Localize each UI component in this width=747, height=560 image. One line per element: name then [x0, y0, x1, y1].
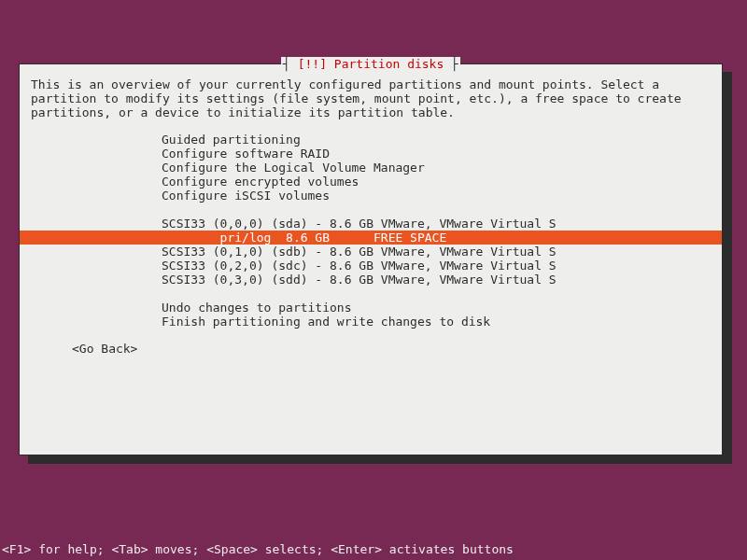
spacer [20, 203, 722, 217]
go-back-button[interactable]: <Go Back> [20, 329, 722, 356]
spacer [20, 287, 722, 301]
menu-item-raid[interactable]: Configure software RAID [20, 147, 722, 161]
disk-item-sdb[interactable]: SCSI33 (0,1,0) (sdb) - 8.6 GB VMware, VM… [20, 245, 722, 259]
disk-item-sda[interactable]: SCSI33 (0,0,0) (sda) - 8.6 GB VMware, VM… [20, 217, 722, 231]
menu-item-lvm[interactable]: Configure the Logical Volume Manager [20, 161, 722, 175]
partition-dialog: ┤ [!!] Partition disks ├ This is an over… [19, 63, 723, 455]
menu-item-undo[interactable]: Undo changes to partitions [20, 301, 722, 315]
menu-item-encrypted[interactable]: Configure encrypted volumes [20, 175, 722, 189]
dialog-title: ┤ [!!] Partition disks ├ [20, 57, 722, 71]
disk-item-sda-freespace[interactable]: pri/log 8.6 GB FREE SPACE [20, 231, 722, 245]
title-text: Partition disks [334, 57, 444, 71]
menu-item-finish[interactable]: Finish partitioning and write changes to… [20, 315, 722, 329]
help-footer: <F1> for help; <Tab> moves; <Space> sele… [2, 542, 514, 556]
menu-item-iscsi[interactable]: Configure iSCSI volumes [20, 189, 722, 203]
intro-text: This is an overview of your currently co… [20, 70, 722, 119]
disk-item-sdc[interactable]: SCSI33 (0,2,0) (sdc) - 8.6 GB VMware, VM… [20, 259, 722, 273]
title-right-bracket: ├ [444, 57, 458, 71]
title-warn: [!!] [298, 57, 334, 71]
title-left-bracket: ┤ [283, 57, 298, 71]
disk-item-sdd[interactable]: SCSI33 (0,3,0) (sdd) - 8.6 GB VMware, VM… [20, 273, 722, 287]
menu: Guided partitioning Configure software R… [20, 119, 722, 329]
menu-item-guided[interactable]: Guided partitioning [20, 133, 722, 147]
